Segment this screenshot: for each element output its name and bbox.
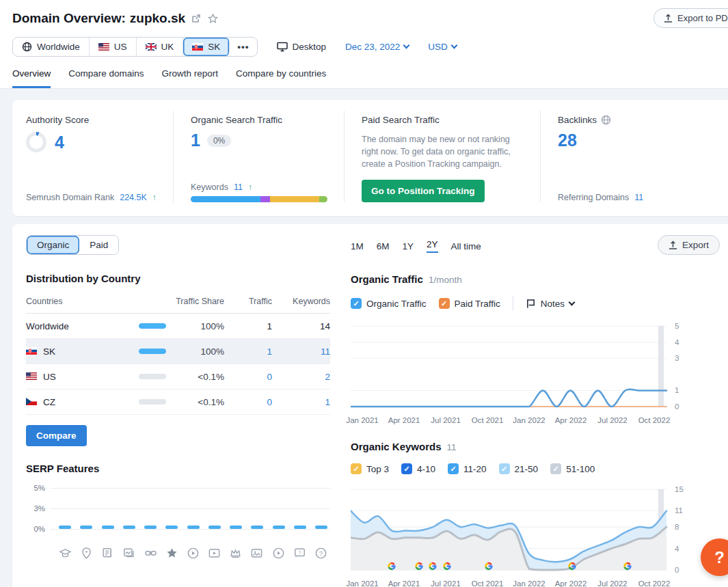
keywords-bar-segment	[191, 196, 260, 202]
svg-text:0: 0	[675, 566, 679, 574]
trend-up-icon: ↑	[152, 193, 157, 202]
tab-overview[interactable]: Overview	[12, 68, 51, 88]
authority-score-value: 4	[55, 133, 64, 152]
range-all-time[interactable]: All time	[451, 241, 481, 251]
y-axis-label: 0%	[26, 525, 45, 533]
svg-text:11: 11	[675, 507, 683, 515]
region-tab-us[interactable]: US	[90, 38, 137, 56]
external-link-icon[interactable]	[191, 13, 202, 24]
google-update-icon[interactable]	[429, 562, 437, 571]
pos4-10-checkbox[interactable]: ✓ 4-10	[401, 463, 435, 474]
svg-text:5: 5	[675, 322, 679, 330]
serp-value-dash	[251, 525, 263, 529]
x-axis-label: Apr 2022	[555, 579, 587, 587]
x-axis-label: Jul 2021	[431, 416, 460, 424]
export-button[interactable]: Export	[658, 235, 720, 255]
position-tracking-button[interactable]: Go to Position Tracking	[362, 180, 485, 202]
serp-value-dash	[165, 525, 178, 529]
organic-keywords-count: 11	[447, 442, 457, 452]
keywords-value[interactable]: 11	[234, 182, 243, 192]
referring-domains-label: Referring Domains	[558, 193, 629, 202]
sk-flag-icon	[192, 43, 203, 51]
svg-text:1: 1	[675, 387, 679, 395]
notes-dropdown[interactable]: Notes	[526, 299, 574, 309]
checkbox-checked-icon: ✓	[439, 298, 450, 309]
domain-rank-value[interactable]: 224.5K	[120, 193, 147, 202]
upload-icon	[669, 241, 677, 250]
referring-domains-value[interactable]: 11	[634, 193, 643, 202]
table-row-worldwide[interactable]: Worldwide 100% 1 14	[26, 314, 330, 339]
serp-value-dash	[187, 525, 200, 529]
export-to-pdf-button[interactable]: Export to PDF	[653, 8, 728, 28]
region-tab-uk[interactable]: UK	[137, 38, 184, 56]
page-title-label: Domain Overview:	[12, 11, 126, 25]
google-update-icon[interactable]	[568, 562, 577, 571]
distribution-title: Distribution by Country	[26, 273, 330, 284]
organic-traffic-chart[interactable]: 54310 Jan 2021Apr 2021Jul 2021Oct 2021Ja…	[351, 320, 720, 427]
top3-checkbox[interactable]: ✓ Top 3	[351, 463, 389, 474]
serp-value-dash	[294, 525, 306, 529]
google-update-icon[interactable]	[623, 562, 632, 571]
pos21-50-checkbox[interactable]: ✓ 21-50	[499, 463, 539, 474]
compare-button[interactable]: Compare	[26, 425, 87, 446]
toggle-organic[interactable]: Organic	[27, 236, 79, 254]
range-1y[interactable]: 1Y	[403, 241, 414, 251]
images-icon	[250, 547, 263, 560]
backlinks-section: Backlinks 28 Referring Domains 11	[540, 111, 728, 202]
svg-text:?: ?	[298, 550, 301, 556]
backlinks-value[interactable]: 28	[558, 131, 577, 150]
tab-growth-report[interactable]: Growth report	[162, 68, 219, 88]
x-axis-label: Jan 2021	[346, 416, 378, 424]
paid-search-traffic-section: Paid Search Traffic The domain may be ne…	[344, 111, 540, 202]
region-tab-worldwide[interactable]: Worldwide	[13, 38, 90, 56]
top-bar: Domain Overview:zupko.sk Export to PDF W…	[0, 0, 728, 59]
region-tab-sk[interactable]: SK	[183, 38, 230, 56]
google-update-icon[interactable]	[388, 562, 396, 571]
organic-traffic-chart-subtitle: 1/month	[429, 275, 462, 285]
paid-traffic-title: Paid Search Traffic	[362, 115, 526, 125]
range-2y[interactable]: 2Y	[427, 239, 438, 253]
pos51-100-checkbox[interactable]: ✓ 51-100	[550, 463, 595, 474]
google-update-icon[interactable]	[443, 562, 452, 571]
serp-value-dash	[80, 525, 92, 529]
toggle-paid[interactable]: Paid	[79, 236, 118, 254]
faq-icon: ?	[293, 547, 306, 560]
trend-up-icon: ↑	[248, 182, 252, 192]
google-update-icon[interactable]	[415, 562, 424, 571]
x-axis-label: Apr 2022	[555, 416, 587, 424]
favorite-star-icon[interactable]	[207, 13, 219, 25]
globe-icon	[22, 42, 32, 52]
more-regions-button[interactable]: •••	[230, 38, 256, 56]
paid-traffic-checkbox[interactable]: ✓ Paid Traffic	[439, 298, 500, 309]
y-axis-label: 5%	[26, 484, 45, 492]
svg-text:4: 4	[675, 338, 679, 346]
metrics-card: Authority Score 4 Semrush Domain Rank 22…	[12, 100, 728, 216]
pos11-20-checkbox[interactable]: ✓ 11-20	[448, 463, 487, 474]
range-1m[interactable]: 1M	[351, 241, 364, 251]
google-update-icon[interactable]	[485, 562, 494, 571]
gridline	[51, 529, 330, 530]
range-6m[interactable]: 6M	[377, 241, 390, 251]
cz-flag-icon	[26, 398, 37, 405]
gridline	[51, 508, 330, 509]
related-questions-icon: ?	[314, 547, 327, 560]
table-row-us[interactable]: US <0.1% 0 2	[26, 364, 330, 390]
table-row-sk[interactable]: SK 100% 1 11	[26, 339, 330, 364]
serp-value-dash	[144, 525, 157, 529]
device-selector[interactable]: Desktop	[277, 42, 327, 52]
serp-value-dash	[230, 525, 242, 529]
tab-compare-domains[interactable]: Compare domains	[68, 68, 144, 88]
region-tabs: Worldwide US UK SK •••	[12, 37, 258, 57]
organic-keywords-chart[interactable]: 1511840 Jan 2021Apr 2021Jul 2021Oct 2021…	[351, 484, 720, 587]
x-axis-label: Oct 2021	[472, 416, 504, 424]
currency-selector[interactable]: USD	[428, 42, 457, 52]
keywords-distribution-bar	[191, 196, 327, 202]
checkbox-checked-icon: ✓	[351, 298, 362, 309]
table-row-cz[interactable]: CZ <0.1% 0 1	[26, 390, 330, 415]
tab-compare-by-countries[interactable]: Compare by countries	[236, 68, 326, 88]
organic-traffic-checkbox[interactable]: ✓ Organic Traffic	[351, 298, 427, 309]
date-selector[interactable]: Dec 23, 2022	[345, 42, 409, 52]
keywords-bar-segment	[260, 196, 270, 202]
svg-text:15: 15	[675, 485, 684, 493]
x-axis-label: Oct 2022	[638, 579, 671, 587]
